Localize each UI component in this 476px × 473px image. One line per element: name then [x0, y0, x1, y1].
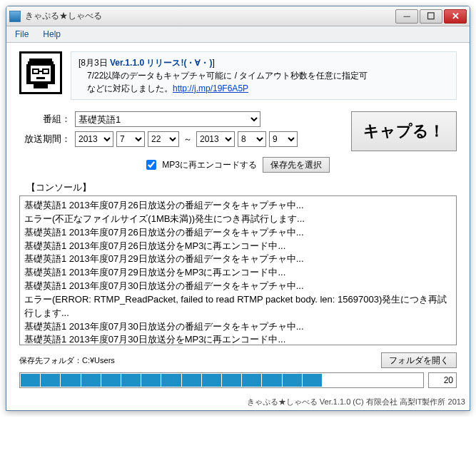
capture-button[interactable]: キャプる！: [351, 111, 457, 151]
svg-rect-8: [39, 71, 42, 72]
progress-segment: [121, 374, 141, 387]
progress-segment: [182, 374, 201, 387]
app-icon: [9, 11, 21, 22]
main-window: きゃぷる★しゃべる ─ ☐ ✕ File Help: [6, 6, 470, 411]
period-label: 放送期間：: [19, 133, 71, 146]
progress-segment: [303, 374, 322, 387]
maximize-button[interactable]: ☐: [420, 9, 442, 24]
progress-bar: [19, 372, 424, 388]
progress-segment: [222, 374, 241, 387]
avatar-icon: [19, 51, 62, 94]
minimize-button[interactable]: ─: [395, 9, 418, 24]
date-separator: ～: [183, 133, 192, 146]
progress-segment: [343, 374, 362, 387]
progress-segment: [363, 374, 382, 387]
close-button[interactable]: ✕: [444, 9, 467, 24]
mp3-checkbox-label: MP3に再エンコードする: [162, 159, 257, 171]
content-area: [8月3日 Ver.1.1.0 リリース!(・∀・)] 7/22以降のデータもキ…: [6, 43, 470, 395]
news-suffix: ]: [212, 58, 214, 68]
svg-rect-10: [34, 84, 48, 88]
progress-segment: [81, 374, 101, 387]
progress-segment: [61, 374, 80, 387]
progress-segment: [21, 374, 40, 387]
news-link[interactable]: http://j.mp/19F6A5P: [173, 83, 248, 93]
progress-segment: [323, 374, 342, 387]
console-label: 【コンソール】: [26, 181, 457, 194]
from-year-select[interactable]: 2013: [75, 131, 113, 147]
window-title: きゃぷる★しゃべる: [25, 10, 395, 22]
progress-segment: [283, 374, 302, 387]
progress-segment: [101, 374, 121, 387]
save-path-label: 保存先フォルダ：C:¥Users: [19, 355, 115, 366]
progress-segment: [141, 374, 161, 387]
news-line3: などに対応しました。: [79, 83, 173, 93]
progress-segment: [161, 374, 181, 387]
to-year-select[interactable]: 2013: [196, 131, 235, 147]
program-select[interactable]: 基礎英語1: [75, 111, 260, 127]
progress-segment: [202, 374, 221, 387]
progress-segment: [383, 374, 402, 387]
svg-rect-9: [36, 77, 45, 79]
from-month-select[interactable]: 7: [116, 131, 145, 147]
mp3-checkbox[interactable]: [146, 160, 156, 170]
progress-segment: [242, 374, 261, 387]
titlebar[interactable]: きゃぷる★しゃべる ─ ☐ ✕: [6, 6, 470, 26]
progress-value: 20: [428, 372, 457, 388]
program-label: 番組：: [19, 113, 71, 126]
from-day-select[interactable]: 22: [148, 131, 179, 147]
news-line2: 7/22以降のデータもキャプチャ可能に / タイムアウト秒数を任意に指定可: [79, 69, 449, 82]
progress-segment: [41, 374, 60, 387]
open-folder-button[interactable]: フォルダを開く: [381, 352, 457, 368]
menu-help[interactable]: Help: [40, 28, 64, 41]
news-date: [8月3日: [79, 58, 110, 68]
svg-rect-1: [28, 61, 54, 64]
news-version: Ver.1.1.0 リリース!(・∀・): [110, 58, 212, 68]
svg-rect-6: [34, 70, 38, 73]
footer-text: きゃぷる★しゃべる Ver.1.1.0 (C) 有限会社 高梨IT製作所 201…: [6, 395, 470, 410]
menu-file[interactable]: File: [12, 28, 31, 41]
svg-rect-7: [44, 70, 48, 73]
to-day-select[interactable]: 9: [269, 131, 298, 147]
progress-segment: [262, 374, 281, 387]
progress-segment: [403, 374, 422, 387]
save-dest-button[interactable]: 保存先を選択: [263, 157, 330, 173]
console-output: 基礎英語1 2013年度07月26日放送分の番組データをキャプチャ中... エラ…: [19, 195, 457, 345]
menubar: File Help: [6, 26, 470, 43]
news-panel: [8月3日 Ver.1.1.0 リリース!(・∀・)] 7/22以降のデータもキ…: [71, 51, 457, 100]
svg-rect-0: [29, 59, 52, 61]
to-month-select[interactable]: 8: [238, 131, 266, 147]
